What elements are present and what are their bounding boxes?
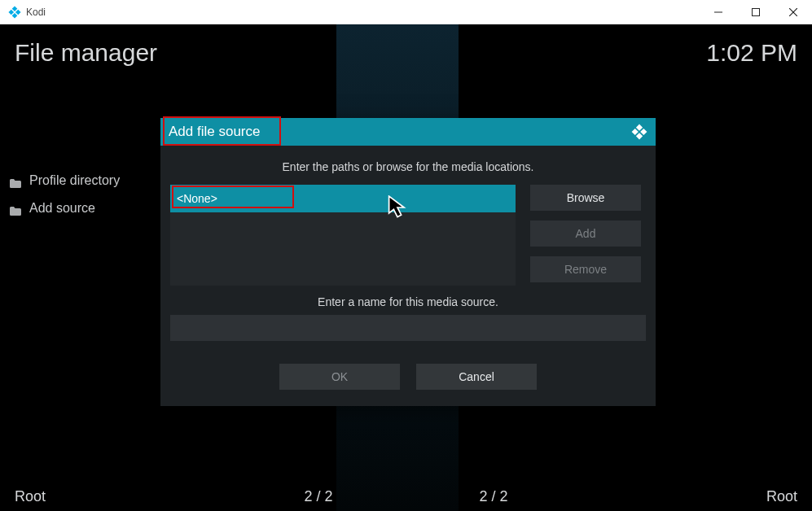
- window-close-button[interactable]: [775, 0, 812, 24]
- paths-listbox[interactable]: <None>: [170, 185, 516, 286]
- window-maximize-button[interactable]: [737, 0, 775, 24]
- clock: 1:02 PM: [706, 39, 797, 67]
- paths-row: <None> Browse Add Remove: [170, 185, 646, 286]
- dialog-titlebar: Add file source: [160, 118, 656, 146]
- svg-rect-3: [12, 12, 18, 18]
- svg-rect-8: [636, 124, 643, 131]
- dialog-description: Enter the paths or browse for the media …: [170, 160, 646, 173]
- svg-rect-0: [12, 6, 18, 11]
- remove-button[interactable]: Remove: [530, 256, 641, 282]
- name-description: Enter a name for this media source.: [170, 295, 646, 308]
- svg-rect-9: [640, 129, 647, 135]
- footer-count-right: 2 / 2: [480, 488, 508, 505]
- kodi-logo-icon: [631, 124, 647, 140]
- kodi-app: File manager 1:02 PM Profile directory A…: [0, 24, 812, 511]
- path-item-selected[interactable]: <None>: [170, 185, 516, 212]
- window-buttons: [700, 0, 812, 24]
- svg-rect-11: [636, 133, 643, 139]
- browse-button[interactable]: Browse: [530, 185, 641, 211]
- folder-icon: [10, 204, 21, 213]
- dialog-actions: OK Cancel: [170, 364, 646, 390]
- path-item-label: <None>: [177, 192, 217, 205]
- svg-rect-10: [632, 129, 639, 135]
- ok-button[interactable]: OK: [279, 364, 400, 390]
- window-title: Kodi: [26, 7, 700, 18]
- svg-rect-2: [8, 9, 14, 15]
- add-file-source-dialog: Add file source Enter the paths or brows…: [160, 118, 656, 406]
- footer-right-location: Root: [766, 488, 797, 505]
- footer-counts: 2 / 2 2 / 2: [304, 488, 507, 505]
- dialog-title: Add file source: [169, 124, 260, 140]
- page-title: File manager: [15, 39, 157, 67]
- footer-left-location: Root: [15, 488, 46, 505]
- source-name-input[interactable]: [170, 315, 646, 341]
- app-header: File manager 1:02 PM: [0, 24, 812, 81]
- list-item-label: Profile directory: [29, 173, 120, 188]
- svg-rect-1: [15, 9, 21, 15]
- cancel-button[interactable]: Cancel: [416, 364, 537, 390]
- status-footer: Root 2 / 2 2 / 2 Root: [0, 482, 812, 511]
- dialog-body: Enter the paths or browse for the media …: [160, 146, 656, 406]
- window-minimize-button[interactable]: [700, 0, 737, 24]
- path-buttons-column: Browse Add Remove: [530, 185, 641, 286]
- list-item-label: Add source: [29, 201, 95, 216]
- kodi-app-icon: [8, 6, 21, 19]
- svg-rect-5: [753, 8, 760, 15]
- window-titlebar: Kodi: [0, 0, 812, 24]
- add-button[interactable]: Add: [530, 221, 641, 247]
- footer-count-left: 2 / 2: [304, 488, 332, 505]
- folder-icon: [10, 177, 21, 186]
